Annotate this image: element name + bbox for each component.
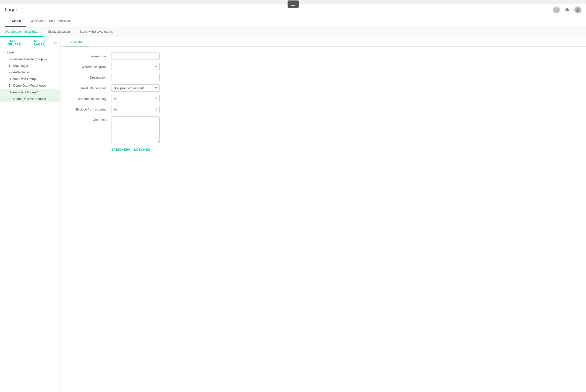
circle-icon[interactable] [553, 6, 560, 13]
form-area: Warehouse: Warehouse group: no warehouse… [60, 47, 586, 157]
minus-icon-demo4: − [7, 90, 9, 94]
warehouse-group-label: Warehouse group: [68, 65, 111, 69]
tree-label-2-aussen: 2 - Außenlager [9, 70, 29, 74]
tree-label-root: Lager [7, 50, 15, 54]
form-row-warehouse: Warehouse: [68, 52, 579, 60]
tree-item-demo3[interactable]: − Demo Data Group 3 [0, 76, 60, 82]
tab-warehouse-master-data[interactable]: Warehouse master data [0, 27, 43, 37]
exclude-from-ordering-select[interactable]: No Yes [111, 106, 160, 113]
minus-icon-root: − [4, 50, 5, 54]
form-row-comment: Comment: [68, 116, 579, 143]
tree-label-no-group: --- no warehouse group --- [10, 57, 47, 61]
form-actions: SPEICHERN LÖSCHEN [68, 148, 579, 152]
exclude-from-ordering-label: Exclude from ordering: [68, 108, 111, 111]
sidebar-actions: NEUE GRUPPE NEUES LAGER ↻ [0, 37, 60, 49]
refresh-icon[interactable]: ↻ [54, 41, 57, 45]
svg-point-1 [577, 8, 579, 10]
tree-item-demo4[interactable]: − Demo Data Group 4 [0, 89, 60, 96]
tree-item-1-eigen[interactable]: 1 - Eigenlager [0, 62, 60, 69]
neue-gruppe-button[interactable]: NEUE GRUPPE [4, 40, 25, 46]
tab-basic-data[interactable]: Basic data [65, 37, 89, 46]
inner-tabs: Basic data [60, 37, 586, 47]
neues-lager-button[interactable]: NEUES LAGER [28, 40, 50, 46]
warehouse-planning-select[interactable]: No Yes [111, 95, 160, 102]
form-row-exclude-from-ordering: Exclude from ordering: No Yes [68, 106, 579, 113]
minus-icon-no-group: − [7, 57, 9, 61]
main-area: Basic data Warehouse: Warehouse group: n… [60, 37, 586, 392]
warehouse-planning-label: Warehouse planning: [68, 97, 111, 100]
tree-label-demo4: Demo Data Group 4 [10, 90, 38, 94]
tree-label-3-demo: 3 - Demo Data Warehouse [9, 84, 46, 87]
tab-artikel-labeleditor[interactable]: ARTIKEL-LABELEDITOR [26, 16, 75, 26]
app-title: Lager [5, 7, 17, 12]
minus-icon-demo3: − [7, 77, 9, 81]
tree-item-4-demo[interactable]: 4 - Demo Data Warehouse [0, 96, 60, 102]
delete-button[interactable]: LÖSCHEN [134, 148, 150, 152]
form-row-designation: Designation: [68, 74, 579, 81]
bell-icon[interactable] [564, 6, 570, 13]
warehouse-group-select[interactable]: no warehouse group Demo Data Group 3 Dem… [111, 63, 160, 70]
products-per-shelf-select[interactable]: One product per shelf Multiple products … [111, 84, 160, 92]
save-button[interactable]: SPEICHERN [111, 148, 130, 152]
tree-label-1-eigen: 1 - Eigenlager [9, 64, 28, 68]
comment-label: Comment: [68, 116, 111, 122]
tab-stock-withdrawal-matrix[interactable]: Stock withdrawal matrix [75, 27, 118, 37]
tree-label-demo3: Demo Data Group 3 [10, 77, 38, 81]
tab-lager[interactable]: LAGER [5, 16, 26, 26]
form-row-warehouse-planning: Warehouse planning: No Yes [68, 95, 579, 102]
form-row-products-per-shelf: Products per shelf: One product per shel… [68, 84, 579, 92]
designation-label: Designation: [68, 76, 111, 79]
designation-input[interactable] [111, 74, 160, 81]
tree-item-no-group[interactable]: − --- no warehouse group --- [0, 56, 60, 62]
form-row-warehouse-group: Warehouse group: no warehouse group Demo… [68, 63, 579, 70]
tree-item-3-demo[interactable]: 3 - Demo Data Warehouse [0, 82, 60, 89]
comment-textarea[interactable] [111, 116, 160, 143]
tree-item-2-aussen[interactable]: 2 - Außenlager [0, 69, 60, 76]
main-tabs: LAGER ARTIKEL-LABELEDITOR [0, 16, 586, 27]
content-area: NEUE GRUPPE NEUES LAGER ↻ − Lager − --- … [0, 37, 586, 392]
warehouse-input[interactable] [111, 52, 160, 60]
warehouse-label: Warehouse: [68, 54, 111, 58]
tree-label-4-demo: 4 - Demo Data Warehouse [9, 97, 46, 100]
sub-tabs: Warehouse master data Stock allocation S… [0, 27, 586, 37]
top-bar-icons [553, 6, 581, 13]
products-per-shelf-label: Products per shelf: [68, 86, 111, 90]
user-avatar[interactable] [574, 6, 581, 13]
svg-point-0 [554, 8, 558, 12]
tree-item-root[interactable]: − Lager [0, 49, 60, 56]
tab-stock-allocation[interactable]: Stock allocation [43, 27, 75, 37]
sidebar: NEUE GRUPPE NEUES LAGER ↻ − Lager − --- … [0, 37, 60, 392]
